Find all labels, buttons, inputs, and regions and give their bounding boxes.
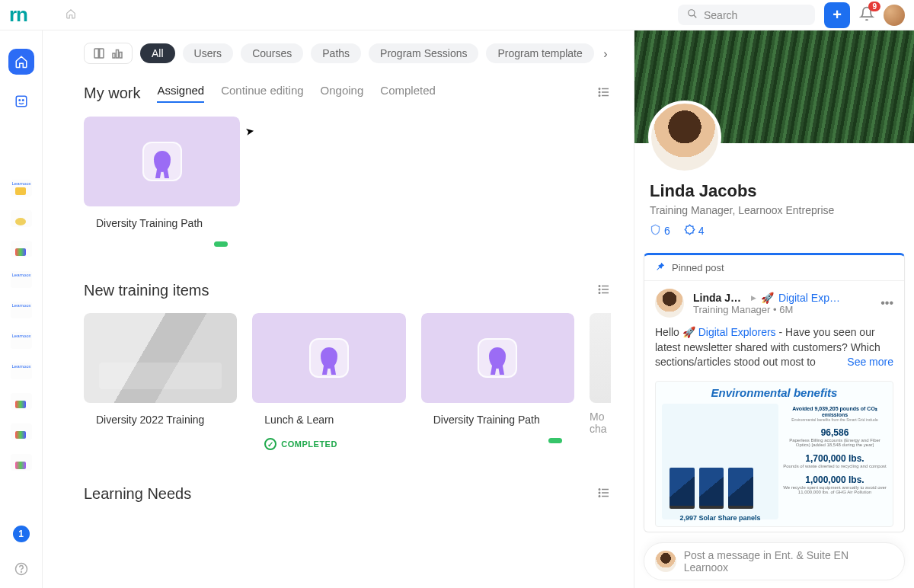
message-input[interactable]: Post a message in Ent. & Suite EN Learno… <box>644 542 905 580</box>
tab-continue-editing[interactable]: Continue editing <box>221 84 303 103</box>
cursor-icon: ➤ <box>244 124 256 138</box>
post-attachment-image[interactable]: Environmental benefits 2,997 Solar Share… <box>655 381 893 527</box>
chip-templates[interactable]: Program template <box>486 43 593 63</box>
pinned-label-row: Pinned post <box>644 255 904 281</box>
post-author-avatar[interactable] <box>655 289 684 318</box>
rail-app-1[interactable]: Learnoox <box>11 180 32 197</box>
svg-point-4 <box>22 100 24 101</box>
nav-home-button[interactable] <box>8 49 34 75</box>
pinned-label: Pinned post <box>672 262 724 273</box>
svg-point-27 <box>599 495 600 497</box>
pinned-post-card: Pinned post Linda Ja… ▶ 🚀 Digital Exp… T… <box>644 253 905 532</box>
mywork-title: My work <box>84 85 140 102</box>
rail-app-4[interactable]: Learnoox <box>11 271 32 288</box>
chip-paths[interactable]: Paths <box>311 43 361 63</box>
stat-shields-value: 6 <box>664 225 670 237</box>
user-avatar[interactable] <box>884 5 905 26</box>
rail-app-3[interactable] <box>11 241 32 257</box>
env-title: Environmental benefits <box>662 386 887 399</box>
solar-caption: 2,997 Solar Share panels <box>662 514 778 522</box>
tab-ongoing[interactable]: Ongoing <box>321 84 364 103</box>
profile-avatar[interactable] <box>648 101 721 174</box>
progress-indicator <box>214 241 228 247</box>
mywork-cards: Diversity Training Path <box>84 117 611 251</box>
card-thumbnail <box>252 313 405 403</box>
profile-name: Linda Jacobs <box>650 181 899 201</box>
search-input[interactable]: Search <box>678 5 815 25</box>
nav-smiley-button[interactable] <box>8 88 34 114</box>
chip-scroll-right[interactable]: › <box>597 46 614 62</box>
shield-icon <box>650 224 661 238</box>
svg-rect-8 <box>117 50 119 59</box>
post-author[interactable]: Linda Ja… <box>693 292 746 304</box>
svg-point-15 <box>599 94 600 96</box>
tab-assigned[interactable]: Assigned <box>157 84 204 103</box>
rail-app-6[interactable]: Learnoox <box>11 332 32 349</box>
svg-line-1 <box>694 15 697 18</box>
tab-completed[interactable]: Completed <box>380 84 436 103</box>
svg-point-14 <box>599 91 600 93</box>
chip-sessions[interactable]: Program Sessions <box>369 43 478 63</box>
card-title: Lunch & Learn <box>252 403 405 430</box>
main-content: All Users Courses Paths Program Sessions… <box>43 30 622 588</box>
newitem-card-2[interactable]: Lunch & Learn ✓ COMPLETED <box>252 313 405 455</box>
newitem-card-4-partial[interactable] <box>590 313 611 403</box>
svg-point-19 <box>599 285 600 286</box>
svg-point-3 <box>19 100 21 101</box>
notifications-count-badge: 9 <box>868 2 880 11</box>
solar-illustration: 2,997 Solar Share panels <box>662 404 778 519</box>
rocket-icon: 🚀 <box>761 292 774 304</box>
post-more-menu[interactable]: ••• <box>880 296 893 310</box>
svg-rect-7 <box>113 53 115 58</box>
rail-app-10[interactable] <box>11 454 32 471</box>
see-more-link[interactable]: See more <box>847 355 893 370</box>
card-thumbnail <box>84 117 240 206</box>
award-icon <box>142 142 182 181</box>
stat-badges-value: 4 <box>698 225 705 237</box>
card-title: Diversity Training Path <box>421 403 574 430</box>
post-body: Hello 🚀 Digital Explorers - Have you see… <box>644 325 904 376</box>
post-body-link[interactable]: 🚀 Digital Explorers <box>682 326 776 338</box>
status-completed: COMPLETED <box>281 439 337 449</box>
rail-app-9[interactable] <box>11 423 32 440</box>
chip-all[interactable]: All <box>140 43 175 63</box>
arrow-right-icon: ▶ <box>751 294 756 302</box>
rail-app-5[interactable]: Learnoox <box>11 302 32 318</box>
mywork-card-1[interactable]: Diversity Training Path <box>84 117 240 251</box>
create-button[interactable]: + <box>824 2 850 28</box>
view-toggle[interactable] <box>84 43 133 64</box>
book-icon <box>92 46 106 60</box>
chip-courses[interactable]: Courses <box>241 43 303 63</box>
mywork-head: My work Assigned Continue editing Ongoin… <box>84 84 611 103</box>
stat-badges[interactable]: 4 <box>684 224 705 238</box>
left-rail: Learnoox Learnoox Learnoox Learnoox Lear… <box>0 30 43 588</box>
newitem-card-3[interactable]: Diversity Training Path <box>421 313 574 455</box>
svg-rect-9 <box>120 53 122 59</box>
help-button[interactable] <box>14 562 28 579</box>
learningneeds-title: Learning Needs <box>84 485 191 503</box>
rail-app-7[interactable]: Learnoox <box>11 363 32 379</box>
svg-marker-28 <box>685 225 695 235</box>
rail-app-2[interactable] <box>11 210 32 227</box>
list-view-toggle-3[interactable] <box>597 486 611 503</box>
stat-shields[interactable]: 6 <box>650 224 670 238</box>
card-thumbnail <box>84 313 237 403</box>
chip-users[interactable]: Users <box>183 43 234 63</box>
home-icon[interactable] <box>66 8 76 21</box>
svg-point-20 <box>599 289 600 290</box>
rail-app-8[interactable] <box>11 393 32 410</box>
learningneeds-head: Learning Needs <box>84 485 611 503</box>
topbar: rn Search + 9 <box>0 0 914 30</box>
svg-point-6 <box>21 571 21 572</box>
rail-badge-count[interactable]: 1 <box>13 526 30 542</box>
newitems-head: New training items <box>84 282 611 299</box>
post-target-link[interactable]: Digital Exp… <box>778 292 840 304</box>
notifications-button[interactable]: 9 <box>859 6 874 24</box>
newitems-cards: Diversity 2022 Training Lunch & Learn ✓ … <box>84 313 611 455</box>
list-view-toggle[interactable] <box>597 85 611 102</box>
card-title: Diversity Training Path <box>84 206 240 234</box>
award-icon <box>309 338 349 378</box>
list-view-toggle-2[interactable] <box>597 283 611 299</box>
svg-rect-2 <box>16 96 27 107</box>
newitem-card-1[interactable]: Diversity 2022 Training <box>84 313 237 455</box>
